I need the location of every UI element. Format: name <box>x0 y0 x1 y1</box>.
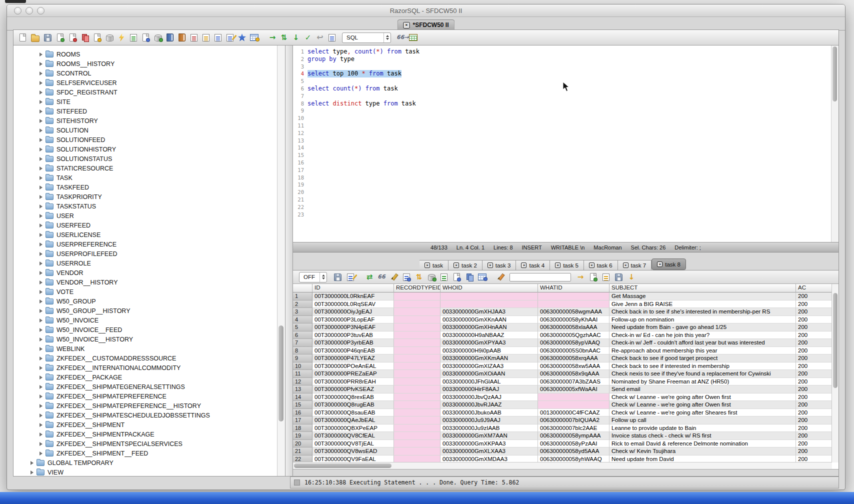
cell-id[interactable]: 00T3000000QV8TjEAL <box>312 440 394 448</box>
disclosure-triangle-icon[interactable] <box>40 442 42 446</box>
cell-recordtypeid[interactable] <box>394 370 440 378</box>
copy-table-icon[interactable] <box>477 271 487 283</box>
disclosure-triangle-icon[interactable] <box>40 356 42 360</box>
grid-vertical-thumb[interactable] <box>833 293 838 388</box>
cell-whatid[interactable]: 00630000007bIQUAA2 <box>538 416 610 424</box>
cell-id[interactable]: 00T3000000QV8CfEAL <box>312 432 394 440</box>
cell-whoid[interactable]: 0033000000GmXKnAAN <box>440 316 538 324</box>
cell-recordtypeid[interactable] <box>394 440 440 448</box>
log-page-icon[interactable] <box>327 32 337 44</box>
grid-row[interactable]: 8 00T3000000P46qnEAB 0033000000H9i0pAAB … <box>293 347 832 355</box>
bookmark-star-icon[interactable] <box>237 32 247 44</box>
cell-whatid[interactable]: 006300000058x9qAAA <box>538 370 610 378</box>
cell-id[interactable]: 00T3000000P3N4pEAF <box>312 324 394 332</box>
cell-activitydate[interactable]: 200 <box>796 347 832 355</box>
editor-line[interactable]: 2 group by type <box>293 56 831 63</box>
row-number-cell[interactable]: 1 <box>293 292 312 300</box>
tree-item-table[interactable]: W50_INVOICE__HISTORY <box>14 334 285 344</box>
editor-line[interactable]: 1 select type, count(*) from task <box>293 48 831 56</box>
reference-book-icon[interactable] <box>177 32 187 44</box>
results-tab[interactable]: × task <box>420 260 448 270</box>
tree-item-table[interactable]: USERPREFERENCE <box>14 240 285 249</box>
row-number-cell[interactable]: 18 <box>293 424 312 432</box>
grid-row[interactable]: 7 00T3000000P3yrbEAB 0033000000GmXPYAA3 … <box>293 339 832 347</box>
cell-id[interactable]: 00T3000000QAeJbEAL <box>312 416 394 424</box>
tree-item-table[interactable]: ZKFEDEX__SHIPMENTSPECIALSERVICES <box>14 439 285 448</box>
tree-item-table[interactable]: W50_INVOICE__FEED <box>14 325 285 334</box>
cell-recordtypeid[interactable] <box>394 409 440 417</box>
cell-subject[interactable]: Check nexis to see if they've found a re… <box>610 370 796 378</box>
refresh-results-icon[interactable]: ⇄ <box>358 271 374 283</box>
editor-scrollbar[interactable] <box>831 46 838 242</box>
disclosure-triangle-icon[interactable] <box>40 300 42 304</box>
tree-item-table[interactable]: ZKFEDEX__SHIPMENT__FEED <box>14 448 285 458</box>
export-file-icon[interactable] <box>68 32 78 44</box>
cell-activitydate[interactable]: 200 <box>796 308 832 316</box>
cell-activitydate[interactable]: 200 <box>796 394 832 402</box>
editor-line[interactable]: 11 <box>293 122 831 130</box>
tree-item-table[interactable]: USERLICENSE <box>14 230 285 240</box>
cell-whoid[interactable]: 0033000000GmXOiAAN <box>440 370 538 378</box>
tree-item-category[interactable]: GLOBAL TEMPORARY <box>14 458 285 468</box>
disclosure-triangle-icon[interactable] <box>40 252 42 256</box>
cell-whoid[interactable]: 0033000000GmXKPAA3 <box>440 440 538 448</box>
editor-line[interactable]: 16 <box>293 159 831 166</box>
minimize-window-icon[interactable] <box>26 7 33 14</box>
tree-item-table[interactable]: ROOMS <box>14 50 285 59</box>
cell-whoid[interactable]: 0033000000Ju9J9AAJ <box>440 416 538 424</box>
cell-subject[interactable]: Check w/ Leanne - we're going after Owen… <box>610 401 796 409</box>
grid-row[interactable]: 11 00T3000000PREZaEAP 0033000000GmXOiAAN… <box>293 370 832 378</box>
cell-id[interactable]: 00T3000000P3yrbEAB <box>312 339 394 347</box>
cell-id[interactable]: 00T3000000PRR8rEAH <box>312 378 394 386</box>
disclosure-triangle-icon[interactable] <box>40 414 42 418</box>
row-number-cell[interactable]: 13 <box>293 386 312 394</box>
disclosure-triangle-icon[interactable] <box>40 72 42 76</box>
grid-horizontal-scrollbar[interactable] <box>293 462 832 469</box>
editor-line[interactable]: 20 <box>293 188 831 196</box>
column-header-recordtypeid[interactable]: RECORDTYPEID <box>394 284 440 292</box>
disclosure-triangle-icon[interactable] <box>30 470 34 474</box>
cell-recordtypeid[interactable] <box>394 432 440 440</box>
cell-whoid[interactable]: 0033000000GmXLXAA3 <box>440 448 538 456</box>
disclosure-triangle-icon[interactable] <box>40 290 42 294</box>
disclosure-triangle-icon[interactable] <box>40 62 42 66</box>
disclosure-triangle-icon[interactable] <box>40 166 42 170</box>
cell-whatid[interactable]: 00630000005S0bnAAC <box>538 347 610 355</box>
editor-line[interactable]: 8 select distinct type from task <box>293 100 831 108</box>
cell-whatid[interactable] <box>538 394 610 402</box>
disclosure-triangle-icon[interactable] <box>40 100 42 104</box>
cell-whoid[interactable] <box>440 300 538 308</box>
cell-whoid[interactable]: 0033000000HirF8AAJ <box>440 386 538 394</box>
grid-row[interactable]: 15 00T3000000Q8rugEAB 0033000000JbvRJAAZ… <box>293 401 832 409</box>
editor-line[interactable]: 21 <box>293 196 831 204</box>
cell-activitydate[interactable]: 200 <box>796 354 832 362</box>
grid-row[interactable]: 5 00T3000000P3N4pEAF 0033000000GmXHnAAN … <box>293 324 832 332</box>
cell-activitydate[interactable]: 200 <box>796 424 832 432</box>
disclosure-triangle-icon[interactable] <box>40 214 42 218</box>
row-number-cell[interactable]: 20 <box>293 440 312 448</box>
cell-recordtypeid[interactable] <box>394 324 440 332</box>
cell-whatid[interactable] <box>538 292 610 300</box>
close-tab-icon[interactable]: × <box>623 262 628 268</box>
disclosure-triangle-icon[interactable] <box>40 119 42 123</box>
tree-item-table[interactable]: ROOMS__HISTORY <box>14 59 285 68</box>
cell-id[interactable]: 00T3000000Q8sauEAB <box>312 409 394 417</box>
disclosure-triangle-icon[interactable] <box>40 195 42 199</box>
tree-item-table[interactable]: ZKFEDEX__SHIPMENT <box>14 420 285 430</box>
editor-line[interactable]: 19 <box>293 181 831 188</box>
search-wand-icon[interactable] <box>490 271 505 283</box>
cell-recordtypeid[interactable] <box>394 332 440 340</box>
disclosure-triangle-icon[interactable] <box>40 432 42 436</box>
step-down-icon[interactable]: ↓ <box>291 32 301 44</box>
cell-subject[interactable]: Check back to see if good target prospec… <box>610 354 796 362</box>
sort-updown-icon[interactable]: ⇅ <box>414 271 424 283</box>
cell-activitydate[interactable]: 200 <box>796 432 832 440</box>
grid-row[interactable]: 12 00T3000000PRR8rEAH 0033000000JFhGlAAL… <box>293 378 832 386</box>
tree-item-table[interactable]: SOLUTIONFEED <box>14 135 285 144</box>
tree-item-table[interactable]: SOLUTIONHISTORY <box>14 144 285 154</box>
disclosure-triangle-icon[interactable] <box>40 271 42 275</box>
cell-whatid[interactable]: 00630000007blc2AAE <box>538 424 610 432</box>
cell-recordtypeid[interactable] <box>394 378 440 386</box>
grid-row[interactable]: 13 00T3000000PfvKSEAZ 0033000000HirF8AAJ… <box>293 386 832 394</box>
cell-subject[interactable]: Get Massage <box>610 292 796 300</box>
